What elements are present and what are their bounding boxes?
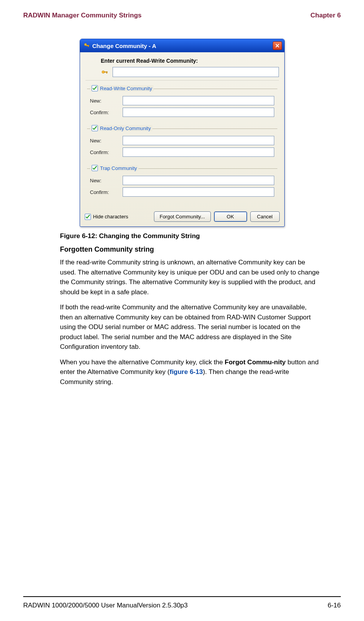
- ro-confirm-input[interactable]: [123, 148, 274, 157]
- read-only-group: Read-Only Community New: Confirm:: [87, 129, 277, 161]
- header-left: RADWIN Manager Community Strings: [23, 12, 142, 19]
- trap-enable-checkbox[interactable]: [92, 165, 98, 171]
- ro-legend: Read-Only Community: [100, 125, 151, 131]
- footer-rule: [23, 596, 341, 597]
- trap-group: Trap Community New: Confirm:: [87, 168, 277, 201]
- hide-characters-checkbox[interactable]: [85, 214, 91, 220]
- prompt-label: Enter current Read-Write Community:: [101, 58, 279, 64]
- trap-confirm-input[interactable]: [123, 187, 274, 197]
- page-header: RADWIN Manager Community Strings Chapter…: [23, 12, 341, 19]
- key-icon: [101, 68, 109, 76]
- rw-new-input[interactable]: [123, 96, 274, 105]
- rw-confirm-input[interactable]: [123, 108, 274, 117]
- cancel-button[interactable]: Cancel: [250, 211, 280, 222]
- close-button[interactable]: [273, 41, 282, 50]
- svg-rect-5: [106, 72, 107, 73]
- key-icon: [83, 42, 90, 49]
- dialog-titlebar: Change Community - A: [80, 39, 284, 52]
- footer-left: RADWIN 1000/2000/5000 User ManualVersion…: [23, 602, 188, 609]
- trap-new-input[interactable]: [123, 176, 274, 185]
- ro-enable-checkbox[interactable]: [92, 125, 98, 131]
- trap-legend: Trap Community: [100, 165, 137, 171]
- change-community-dialog: Change Community - A Enter current Read-…: [80, 39, 285, 227]
- figure-link[interactable]: figure 6-13: [169, 368, 203, 376]
- current-community-input[interactable]: [113, 67, 279, 77]
- rw-new-label: New:: [90, 98, 123, 104]
- ro-new-label: New:: [90, 138, 123, 144]
- forgot-community-ref: Forgot Commu-nity: [225, 359, 286, 366]
- ok-button[interactable]: OK: [214, 211, 247, 222]
- svg-rect-2: [88, 45, 89, 47]
- section-heading: Forgotten Community string: [60, 245, 341, 254]
- figure-caption: Figure 6-12: Changing the Community Stri…: [60, 232, 341, 240]
- forgot-community-button[interactable]: Forgot Community...: [154, 211, 211, 222]
- footer-right: 6-16: [328, 602, 341, 609]
- dialog-footer: Hide characters Forgot Community... OK C…: [80, 208, 284, 226]
- trap-confirm-label: Confirm:: [90, 189, 123, 195]
- hide-characters-label: Hide characters: [93, 214, 128, 220]
- rw-enable-checkbox[interactable]: [92, 85, 98, 91]
- trap-new-label: New:: [90, 178, 123, 184]
- ro-new-input[interactable]: [123, 136, 274, 145]
- dialog-title: Change Community - A: [92, 43, 273, 49]
- rw-legend: Read-Write Community: [100, 86, 152, 91]
- read-write-group: Read-Write Community New: Confirm:: [87, 89, 277, 121]
- body-paragraph: When you have the alternative Community …: [60, 357, 320, 387]
- page-footer: RADWIN 1000/2000/5000 User ManualVersion…: [23, 602, 341, 609]
- body-paragraph: If both the read-write Community and the…: [60, 302, 320, 352]
- body-text: When you have the alternative Community …: [60, 359, 225, 366]
- ro-confirm-label: Confirm:: [90, 149, 123, 155]
- rw-confirm-label: Confirm:: [90, 110, 123, 115]
- header-right: Chapter 6: [311, 12, 341, 19]
- body-paragraph: If the read-write Community string is un…: [60, 257, 320, 297]
